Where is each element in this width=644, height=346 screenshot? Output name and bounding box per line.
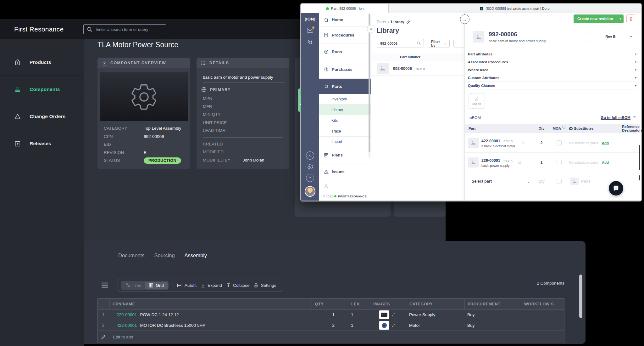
plans-calendar-icon bbox=[324, 153, 329, 157]
menu-item-home[interactable]: Home bbox=[319, 13, 371, 27]
browser-tab-inactive[interactable]: d [ECO-00055] test proto asm import | Du… bbox=[389, 4, 641, 13]
accordion-part-attributes[interactable]: Part attributes▾ bbox=[468, 50, 636, 58]
header-cpn-name[interactable]: CPN/NAME bbox=[109, 299, 312, 309]
header-lev[interactable]: LEV... bbox=[348, 299, 370, 309]
search-input[interactable] bbox=[96, 27, 163, 32]
part-number[interactable]: 992-00006 bbox=[393, 66, 412, 71]
menu-item-trace[interactable]: Trace bbox=[319, 126, 371, 137]
field-label: MPN bbox=[203, 96, 243, 101]
quick-search-icon[interactable] bbox=[307, 39, 313, 45]
moa-checkbox[interactable] bbox=[557, 140, 562, 145]
breadcrumb-parts[interactable]: Parts bbox=[377, 20, 386, 24]
menu-item-kits[interactable]: Kits bbox=[319, 115, 371, 126]
select-part-dropdown[interactable]: Select part ⌄ bbox=[465, 179, 534, 184]
accordion-quality-clauses[interactable]: Quality Clauses▾ bbox=[468, 82, 636, 89]
menu-scrollbar[interactable] bbox=[369, 14, 370, 158]
mbom-qty[interactable]: 1 bbox=[534, 160, 549, 165]
menu-icon[interactable] bbox=[101, 282, 108, 288]
link-icon[interactable] bbox=[406, 20, 410, 24]
accordion-custom-attributes[interactable]: Custom Attributes▾ bbox=[468, 74, 636, 82]
table-row[interactable]: 2 422-00001 MOTOR DC Brushless 15000 5HP… bbox=[98, 320, 564, 331]
settings-button[interactable]: Settings bbox=[253, 283, 276, 288]
menu-item-import[interactable]: Import bbox=[319, 137, 371, 147]
library-search-input[interactable] bbox=[380, 41, 415, 46]
tab-sourcing[interactable]: Sourcing bbox=[154, 252, 175, 258]
menu-item-parts[interactable]: Parts bbox=[319, 79, 371, 94]
collapse-sidebar-icon[interactable]: « bbox=[367, 25, 375, 33]
menu-item-plans[interactable]: Plans bbox=[319, 147, 371, 163]
moa-checkbox[interactable] bbox=[557, 179, 562, 184]
library-row[interactable]: 992-00006 REV B bbox=[371, 61, 464, 76]
header-qty[interactable]: QTY bbox=[312, 299, 348, 309]
header-images[interactable]: IMAGES bbox=[370, 299, 406, 309]
collapse-button[interactable]: Collapse bbox=[226, 283, 250, 288]
open-part-external-icon[interactable] bbox=[520, 141, 524, 145]
menu-item-procedures[interactable]: Procedures bbox=[319, 27, 371, 43]
go-to-full-mbom-link[interactable]: Go to full mBOM bbox=[601, 116, 636, 120]
tab-assembly[interactable]: Assembly bbox=[185, 252, 207, 258]
qty-placeholder[interactable]: Qty bbox=[534, 179, 549, 184]
delete-part-button[interactable] bbox=[626, 14, 635, 23]
user-avatar[interactable] bbox=[305, 186, 315, 197]
favicon-duro-icon: d bbox=[480, 7, 483, 10]
info-icon[interactable]: ? bbox=[562, 126, 565, 129]
cpn-link[interactable]: 422-00001 bbox=[117, 323, 137, 328]
mbom-part-number[interactable]: 229-00001 bbox=[481, 158, 500, 163]
revision-select[interactable]: Rev B ▾ bbox=[586, 32, 635, 41]
expand-image-icon[interactable] bbox=[392, 324, 396, 327]
sidebar-item-components[interactable]: Components bbox=[0, 76, 84, 103]
mbom-row[interactable]: 229-00001 REV A basic power supply 1 bbox=[465, 153, 640, 172]
add-substitute-link[interactable]: Add bbox=[602, 141, 609, 145]
menu-item-inventory[interactable]: Inventory bbox=[319, 94, 371, 105]
mbom-row[interactable]: 422-00001 REV B a basic electrical motor… bbox=[465, 133, 640, 153]
terminal-icon[interactable]: >_ bbox=[306, 151, 314, 160]
accordion-where-used[interactable]: Where used▾ bbox=[468, 66, 636, 74]
expand-button[interactable]: Expand bbox=[201, 283, 222, 288]
accordion-associated-procedures[interactable]: Associated Procedures▾ bbox=[468, 58, 636, 66]
library-search[interactable] bbox=[377, 39, 424, 48]
filter-by-button[interactable]: Filter by ⌄ bbox=[428, 39, 450, 48]
collapse-panel-arrow-icon[interactable]: → bbox=[460, 14, 469, 24]
global-search[interactable] bbox=[83, 24, 166, 34]
cpn-link[interactable]: 229-00001 bbox=[117, 312, 137, 317]
caret-down-icon[interactable]: ▾ bbox=[617, 17, 624, 20]
add-substitute-link[interactable]: Add bbox=[602, 161, 609, 164]
menu-item-partial[interactable] bbox=[319, 180, 371, 192]
table-row[interactable]: 1 229-00001 POW DC 1 24 12 12 1 1 bbox=[98, 309, 564, 320]
menu-item-purchases[interactable]: Purchases bbox=[319, 60, 371, 79]
help-icon[interactable]: ? bbox=[306, 174, 314, 182]
tab-documents[interactable]: Documents bbox=[118, 252, 144, 258]
part-thumbnail[interactable] bbox=[379, 321, 389, 330]
chat-widget-button[interactable] bbox=[609, 181, 623, 196]
menu-item-issues[interactable]: Issues bbox=[319, 163, 371, 180]
mbom-qty[interactable]: 2 bbox=[534, 141, 549, 145]
browser-tab-active[interactable]: Part: 992-00006 - ion bbox=[301, 4, 389, 13]
breadcrumb-library[interactable]: Library bbox=[391, 20, 404, 24]
header-procurement[interactable]: PROCUREMENT bbox=[464, 299, 521, 309]
rail-settings-gear-icon[interactable] bbox=[307, 164, 313, 170]
add-file-dropzone[interactable]: Add file bbox=[469, 94, 485, 109]
inbox-icon[interactable] bbox=[307, 28, 313, 33]
expand-image-icon[interactable] bbox=[392, 313, 396, 317]
edit-to-add-row[interactable]: Edit to add bbox=[98, 331, 564, 343]
part-thumbnail[interactable] bbox=[379, 310, 389, 319]
header-workflow[interactable]: WORKFLOW S bbox=[521, 299, 564, 309]
header-category[interactable]: CATEGORY bbox=[406, 299, 464, 309]
sidebar-item-change-orders[interactable]: Change Orders bbox=[0, 103, 84, 130]
description-input[interactable]: basic asm of motor and power supply bbox=[203, 75, 285, 83]
panel-scrollbar[interactable] bbox=[579, 275, 582, 318]
menu-item-library[interactable]: Library bbox=[319, 105, 371, 115]
create-revision-button[interactable]: Create new revision ▾ bbox=[574, 14, 624, 23]
open-part-external-icon[interactable] bbox=[518, 161, 522, 164]
part-number-header[interactable]: Part number bbox=[371, 55, 420, 59]
tree-view-button[interactable]: Tree bbox=[122, 282, 145, 289]
moa-checkbox[interactable] bbox=[557, 160, 562, 165]
detail-scrollbar[interactable] bbox=[639, 145, 640, 170]
autofit-button[interactable]: Autofit bbox=[177, 283, 197, 288]
grid-view-button[interactable]: Grid bbox=[145, 282, 168, 289]
sidebar-item-releases[interactable]: Releases bbox=[0, 130, 84, 157]
sidebar-item-products[interactable]: Products bbox=[0, 49, 84, 76]
menu-item-runs[interactable]: Runs bbox=[319, 43, 371, 60]
mbom-part-number[interactable]: 422-00001 bbox=[481, 139, 500, 143]
ion-logo[interactable]: (ION) bbox=[305, 17, 316, 21]
